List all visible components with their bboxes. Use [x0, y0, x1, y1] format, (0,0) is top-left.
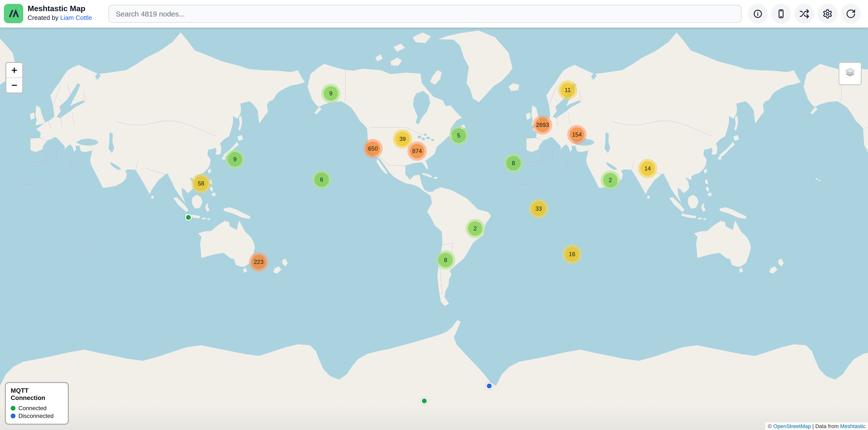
- map-attribution: © OpenStreetMap | Data from Meshtastic: [766, 422, 868, 430]
- cluster-count: 8: [506, 156, 521, 170]
- cluster-marker[interactable]: 8: [436, 250, 455, 270]
- cluster-marker[interactable]: 2: [465, 219, 485, 238]
- cluster-marker[interactable]: 2: [600, 170, 620, 190]
- cluster-marker[interactable]: 9: [225, 150, 245, 169]
- info-icon: [753, 9, 763, 19]
- cluster-count: 39: [395, 132, 410, 146]
- legend-dot-icon: [11, 414, 16, 418]
- world-map: [0, 28, 868, 430]
- node-marker-connected[interactable]: [421, 398, 428, 404]
- cluster-count: 11: [560, 83, 575, 97]
- cluster-marker[interactable]: 223: [249, 252, 268, 272]
- layers-icon: [843, 66, 857, 81]
- cluster-marker[interactable]: 154: [567, 125, 587, 144]
- page-title: Meshtastic Map: [28, 4, 92, 13]
- cluster-marker[interactable]: 874: [407, 141, 427, 161]
- shuffle-button[interactable]: [795, 4, 814, 24]
- cluster-count: 2: [603, 173, 618, 188]
- legend-dot-icon: [11, 406, 16, 410]
- cluster-marker[interactable]: 8: [504, 154, 523, 173]
- cluster-marker[interactable]: 33: [529, 199, 548, 219]
- info-button[interactable]: [748, 4, 768, 24]
- meshtastic-logo-icon: [4, 4, 23, 23]
- search-input[interactable]: [108, 5, 742, 23]
- cluster-count: 5: [452, 128, 466, 143]
- node-marker-disconnected[interactable]: [486, 383, 493, 389]
- cluster-count: 16: [565, 247, 579, 262]
- byline-prefix: Created by: [28, 14, 60, 21]
- header: Meshtastic Map Created by Liam Cottle: [0, 0, 868, 28]
- cluster-count: 9: [323, 86, 338, 101]
- cluster-count: 154: [569, 127, 584, 142]
- gear-icon: [823, 9, 833, 19]
- cluster-marker[interactable]: 11: [558, 80, 578, 100]
- legend-label: Disconnected: [19, 412, 54, 420]
- legend-title: MQTT Connection: [11, 387, 63, 401]
- refresh-button[interactable]: [841, 4, 861, 24]
- cluster-count: 2693: [535, 118, 550, 132]
- node-marker-connected[interactable]: [185, 214, 192, 221]
- cluster-marker[interactable]: 16: [562, 244, 582, 264]
- zoom-out-button[interactable]: −: [6, 78, 22, 93]
- refresh-icon: [846, 9, 856, 19]
- legend-label: Connected: [19, 404, 46, 412]
- layers-button[interactable]: [838, 62, 862, 85]
- cluster-marker[interactable]: 650: [363, 139, 383, 158]
- cluster-marker[interactable]: 2693: [533, 115, 552, 135]
- cluster-marker[interactable]: 14: [638, 159, 657, 178]
- app: + − MQTT Connection ConnectedDisconnecte…: [0, 0, 868, 430]
- cluster-count: 9: [228, 152, 242, 167]
- mobile-icon: [776, 9, 786, 19]
- cluster-count: 874: [410, 144, 424, 158]
- legend-items: ConnectedDisconnected: [11, 404, 63, 420]
- cluster-marker[interactable]: 9: [321, 84, 341, 103]
- shuffle-icon: [799, 9, 809, 19]
- cluster-count: 33: [531, 201, 546, 216]
- cluster-marker[interactable]: 5: [449, 126, 468, 145]
- attribution-separator: | Data from: [811, 423, 840, 429]
- cluster-marker[interactable]: 58: [191, 174, 211, 193]
- osm-link[interactable]: OpenStreetMap: [773, 423, 811, 429]
- cluster-count: 58: [194, 176, 208, 191]
- mobile-button[interactable]: [771, 4, 791, 24]
- zoom-in-button[interactable]: +: [6, 63, 22, 78]
- meshtastic-link[interactable]: Meshtastic: [840, 423, 866, 429]
- byline: Created by Liam Cottle: [28, 13, 92, 22]
- cluster-count: 223: [251, 255, 266, 269]
- mqtt-legend: MQTT Connection ConnectedDisconnected: [5, 382, 69, 425]
- cluster-count: 6: [314, 172, 329, 187]
- attribution-copyright: ©: [768, 423, 773, 429]
- cluster-count: 8: [438, 253, 453, 267]
- legend-item: Disconnected: [11, 412, 63, 420]
- map-canvas[interactable]: + − MQTT Connection ConnectedDisconnecte…: [0, 28, 868, 430]
- cluster-marker[interactable]: 6: [312, 170, 331, 189]
- author-link[interactable]: Liam Cottle: [60, 14, 92, 21]
- settings-button[interactable]: [817, 4, 837, 24]
- cluster-count: 2: [468, 221, 483, 236]
- cluster-count: 14: [640, 161, 655, 176]
- cluster-count: 650: [366, 141, 380, 156]
- legend-item: Connected: [11, 404, 63, 412]
- zoom-control: + −: [5, 62, 23, 94]
